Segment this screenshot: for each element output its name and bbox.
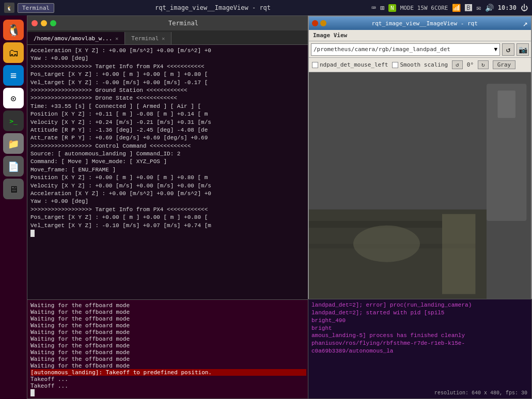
grid-icon[interactable]: ⊞ — [380, 4, 384, 12]
terminal-line: Command: [ Move ] Move_mode: [ XYZ_POS ] — [30, 158, 306, 166]
dock-gray1[interactable]: 📄 — [3, 156, 24, 177]
smooth-scaling-option[interactable]: Smooth scaling — [392, 61, 448, 68]
terminal-line: Acceleration [X Y Z] : +0.00 [m/s^2] +0.… — [30, 190, 306, 198]
volume-icon[interactable]: 🔊 — [485, 4, 494, 12]
mode-text: MODE 15W 6CORE — [400, 5, 448, 11]
svg-point-7 — [353, 226, 420, 262]
rqt-menubar: Image View — [309, 30, 531, 41]
rqt-min-button[interactable] — [320, 20, 326, 26]
mouse-left-label: ndpad_det_mouse_left — [320, 61, 388, 68]
dock-files[interactable]: 🗂 — [3, 42, 24, 63]
dock-gray2[interactable]: 🖥 — [3, 179, 24, 199]
terminal-line: >>>>>>>>>>>>>>>>>> Target Info from PX4 … — [30, 206, 306, 214]
terminal2-line: amous_landing-5] process has finished cl… — [311, 332, 528, 340]
mouse-left-checkbox[interactable] — [312, 62, 318, 68]
terminal-line: Vel_target [X Y Z] : -0.10 [m/s] +0.07 [… — [30, 222, 306, 230]
terminal2-line: landpad_det=2]; error] proc(run_landing_… — [311, 301, 528, 309]
email-icon[interactable]: ✉ — [476, 4, 480, 12]
terminal2-line: landpad_det=2]; started with pid [spil5 — [311, 309, 528, 317]
terminal2-line: bright_490 — [311, 317, 528, 325]
svg-rect-8 — [442, 214, 476, 294]
bluetooth-icon[interactable]: 🅱 — [465, 4, 472, 12]
terminal-bottom-line: Waiting for the offboard mode — [30, 349, 306, 356]
dock-folder[interactable]: 📁 — [3, 133, 24, 154]
power-icon[interactable]: ⏻ — [521, 4, 528, 12]
terminal-line: Yaw : +0.00 [deg] — [30, 198, 306, 205]
close-button[interactable] — [32, 20, 38, 26]
terminal-bottom-line — [30, 389, 306, 396]
taskbar-center: rqt_image_view__ImageView - rqt — [155, 4, 271, 11]
terminal-bottom-line: Takeoff ... — [30, 382, 306, 389]
tab-terminal-close[interactable]: ✕ — [162, 36, 165, 41]
terminal-line: Velocity [X Y Z] : +0.00 [m/s] +0.00 [m/… — [30, 182, 306, 190]
terminal-line: Yaw : +0.00 [deg] — [30, 55, 306, 62]
smooth-scaling-checkbox[interactable] — [392, 62, 398, 68]
taskbar: 🐧 Terminal rqt_image_view__ImageView - r… — [0, 0, 532, 15]
wifi-icon[interactable]: 📶 — [452, 4, 461, 12]
rotate-left-button[interactable]: ↺ — [452, 60, 463, 69]
ubuntu-taskbar-icon[interactable]: 🐧 — [4, 3, 14, 13]
topic-text: /prometheus/camera/rgb/image_landpad_det — [314, 46, 450, 53]
dock-ubuntu[interactable]: 🐧 — [3, 20, 24, 40]
maximize-button[interactable] — [50, 20, 56, 26]
terminal-tab-bar: /home/amov/amovlab_w... ✕ Terminal ✕ — [27, 30, 309, 45]
keyboard-icon[interactable]: ⌨ — [371, 4, 375, 12]
tab-home-label: /home/amov/amovlab_w... — [34, 35, 112, 42]
terminal-bottom-line: Waiting for the offboard mode — [30, 336, 306, 342]
tab-terminal[interactable]: Terminal ✕ — [125, 32, 171, 44]
gray-button[interactable]: Gray — [493, 60, 516, 69]
tab-home[interactable]: /home/amov/amovlab_w... ✕ — [27, 32, 125, 44]
terminal-line — [30, 230, 306, 238]
terminal-line: Acceleration [X Y Z] : +0.00 [m/s^2] +0.… — [30, 47, 306, 55]
dropdown-arrow: ▼ — [494, 46, 497, 53]
minimize-button[interactable] — [41, 20, 47, 26]
terminal-line: Time: +33.55 [s] [ Connected ] [ Armed ]… — [30, 103, 306, 110]
camera-svg — [309, 72, 531, 301]
terminal-line: >>>>>>>>>>>>>>>>>> Target Info from PX4 … — [30, 63, 306, 71]
topic-dropdown[interactable]: /prometheus/camera/rgb/image_landpad_det… — [311, 43, 500, 56]
tab-terminal-label: Terminal — [131, 35, 159, 42]
dock-terminal[interactable]: >_ — [3, 110, 24, 131]
terminal-line: Move_frame: [ ENU_FRAME ] — [30, 166, 306, 174]
nvidia-icon: N — [388, 4, 396, 12]
refresh-button[interactable]: ↺ — [502, 43, 514, 56]
terminal-bottom-line: Takeoff ... — [30, 376, 306, 382]
rqt-title: rqt_image_view__ImageView - rqt — [328, 20, 521, 27]
taskbar-left: 🐧 Terminal — [4, 3, 54, 13]
clock: 10:30 — [498, 4, 517, 11]
terminal-line: Velocity [X Y Z] : +0.24 [m/s] -0.21 [m/… — [30, 119, 306, 126]
terminal-content[interactable]: Acceleration [X Y Z] : +0.00 [m/s^2] +0.… — [27, 45, 309, 299]
terminal-title: Terminal — [61, 20, 305, 27]
highlighted-line: [autonomous_landing]: Takeoff to predefi… — [30, 369, 306, 376]
terminal-line: Position [X Y Z] : +0.11 [ m ] -0.08 [ m… — [30, 110, 306, 118]
terminal2-window[interactable]: landpad_det=2]; error] proc(run_landing_… — [308, 299, 532, 399]
terminal-bottom-line: [autonomous_landing]: Takeoff to predefi… — [30, 369, 306, 376]
taskbar-terminal-btn[interactable]: Terminal — [18, 3, 54, 13]
terminal-bottom-line: Waiting for the offboard mode — [30, 356, 306, 362]
terminal-line: >>>>>>>>>>>>>>>>>> Ground Station <<<<<<… — [30, 87, 306, 94]
dock-chrome[interactable]: ⊙ — [3, 88, 24, 108]
terminal-line: >>>>>>>>>>>>>>>>>> Control Command <<<<<… — [30, 142, 306, 150]
angle-value: 0° — [467, 61, 474, 68]
tab-home-close[interactable]: ✕ — [115, 36, 118, 41]
terminal2-line: c0a69b3389/autonomous_la — [311, 347, 528, 355]
smooth-scaling-label: Smooth scaling — [400, 61, 448, 68]
terminal-line: Source: [ autonomous_landing ] Command_I… — [30, 150, 306, 158]
snapshot-button[interactable]: 📷 — [517, 43, 529, 56]
dock-vscode[interactable]: ≡ — [3, 65, 24, 86]
dock: 🐧 🗂 ≡ ⊙ >_ 📁 📄 🖥 — [0, 15, 27, 399]
terminal-line: Position [X Y Z] : +0.00 [ m ] +0.00 [ m… — [30, 174, 306, 182]
terminal-bottom-line: Waiting for the offboard mode — [30, 302, 306, 309]
terminal2-line: bright — [311, 325, 528, 332]
rotate-right-button[interactable]: ↻ — [478, 60, 489, 69]
terminal-bottom-line: Waiting for the offboard mode — [30, 342, 306, 349]
rqt-image-area — [309, 72, 531, 301]
terminal2-line: phaniusov/ros/flying/rbfsthme-r7de-r1eb-… — [311, 340, 528, 347]
terminal-bottom-line: Waiting for the offboard mode — [30, 309, 306, 315]
rqt-close-button[interactable] — [312, 20, 318, 26]
rqt-cursor: ↗ — [523, 19, 528, 28]
terminal-bottom-content: Waiting for the offboard modeWaiting for… — [27, 299, 309, 398]
terminal-titlebar: Terminal — [27, 16, 309, 30]
mouse-left-option[interactable]: ndpad_det_mouse_left — [312, 61, 388, 68]
terminal-line: Att_rate [R P Y] : +0.69 [deg/s] +0.69 [… — [30, 134, 306, 142]
